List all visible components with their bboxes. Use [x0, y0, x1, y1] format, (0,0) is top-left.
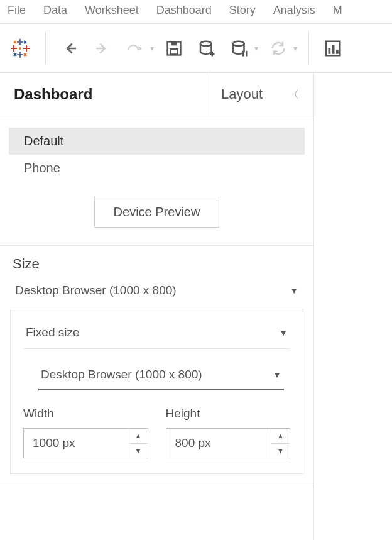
- device-phone[interactable]: Phone: [9, 155, 305, 182]
- size-summary-label: Desktop Browser (1000 x 800): [15, 284, 177, 297]
- device-default[interactable]: Default: [9, 128, 305, 155]
- tab-dashboard[interactable]: Dashboard: [0, 73, 207, 116]
- width-field[interactable]: [24, 429, 129, 458]
- width-label: Width: [23, 407, 148, 421]
- dropdown-caret-icon[interactable]: ▾: [254, 44, 258, 53]
- svg-rect-29: [329, 48, 331, 54]
- svg-point-22: [200, 41, 212, 46]
- menu-data[interactable]: Data: [43, 4, 67, 17]
- dropdown-caret-icon: ▼: [273, 370, 281, 380]
- size-mode-label: Fixed size: [26, 326, 80, 339]
- dropdown-caret-icon[interactable]: ▾: [293, 44, 297, 53]
- width-step-up[interactable]: ▲: [129, 429, 148, 444]
- svg-rect-30: [332, 45, 335, 54]
- device-list: Default Phone: [0, 116, 313, 185]
- height-label: Height: [166, 407, 291, 421]
- svg-rect-21: [171, 41, 177, 45]
- back-button[interactable]: [57, 36, 82, 61]
- svg-point-25: [233, 41, 244, 46]
- svg-point-16: [19, 47, 21, 50]
- size-title: Size: [13, 256, 301, 272]
- svg-rect-20: [170, 49, 178, 54]
- menu-worksheet[interactable]: Worksheet: [85, 4, 139, 17]
- dashboard-panel: Dashboard Layout 〈 Default Phone Device …: [0, 73, 314, 540]
- menu-dashboard[interactable]: Dashboard: [156, 4, 212, 17]
- size-preset-label: Desktop Browser (1000 x 800): [41, 368, 202, 382]
- pause-datasource-button[interactable]: [227, 36, 252, 61]
- new-worksheet-button[interactable]: [320, 36, 346, 61]
- menu-story[interactable]: Story: [229, 4, 256, 17]
- height-field[interactable]: [166, 429, 271, 458]
- height-input[interactable]: ▲ ▼: [166, 428, 291, 458]
- toolbar-separator: [45, 32, 46, 65]
- toolbar: ▾ ▾ ▾: [0, 24, 392, 73]
- width-step-down[interactable]: ▼: [129, 444, 148, 458]
- menu-bar: File Data Worksheet Dashboard Story Anal…: [0, 0, 392, 24]
- size-section: Size Desktop Browser (1000 x 800) ▼ Fixe…: [0, 246, 313, 487]
- redo-icon[interactable]: [122, 36, 148, 61]
- size-summary-dropdown[interactable]: Desktop Browser (1000 x 800) ▼: [13, 281, 301, 309]
- dropdown-caret-icon: ▼: [290, 285, 298, 295]
- menu-analysis[interactable]: Analysis: [273, 4, 315, 17]
- tableau-logo-icon: [6, 35, 34, 62]
- refresh-button[interactable]: [266, 36, 291, 61]
- collapse-chevron-icon[interactable]: 〈: [288, 87, 299, 102]
- height-step-down[interactable]: ▼: [271, 444, 290, 458]
- menu-more[interactable]: M: [333, 4, 342, 17]
- svg-rect-31: [336, 50, 339, 53]
- size-mode-dropdown[interactable]: Fixed size ▼: [23, 321, 290, 349]
- size-preset-dropdown[interactable]: Desktop Browser (1000 x 800) ▼: [38, 363, 284, 390]
- toolbar-separator: [308, 32, 309, 65]
- menu-file[interactable]: File: [8, 4, 26, 17]
- width-input[interactable]: ▲ ▼: [23, 428, 148, 458]
- panel-tabs: Dashboard Layout 〈: [0, 73, 313, 116]
- dropdown-caret-icon[interactable]: ▾: [150, 44, 154, 53]
- tab-layout[interactable]: Layout 〈: [207, 73, 313, 116]
- new-datasource-button[interactable]: [194, 36, 219, 61]
- device-preview-button[interactable]: Device Preview: [94, 197, 220, 228]
- size-card: Fixed size ▼ Desktop Browser (1000 x 800…: [10, 309, 303, 474]
- tab-layout-label: Layout: [221, 86, 263, 102]
- height-step-up[interactable]: ▲: [271, 429, 290, 444]
- dropdown-caret-icon: ▼: [279, 328, 288, 338]
- save-button[interactable]: [161, 36, 187, 61]
- forward-button[interactable]: [90, 36, 115, 61]
